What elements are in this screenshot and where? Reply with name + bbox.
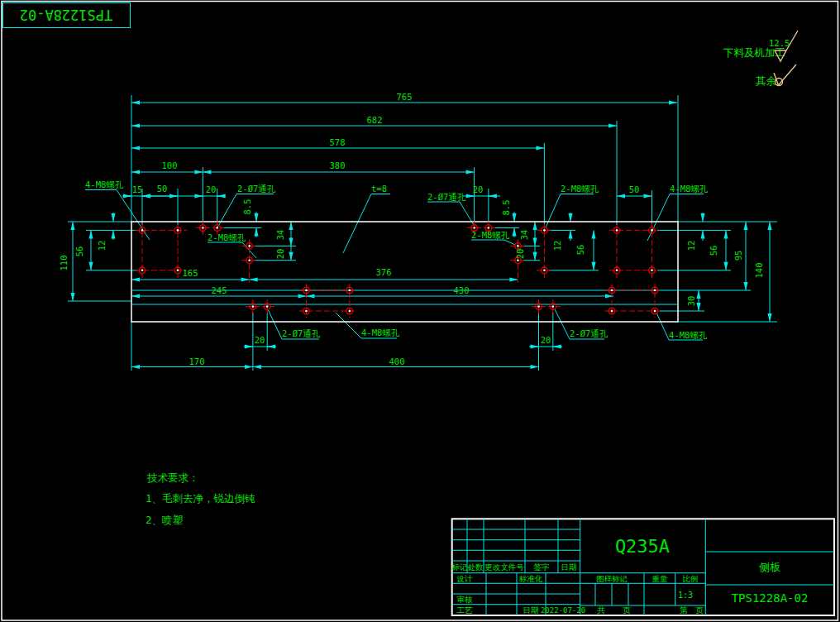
dim-56-mid: 56 [575,245,585,256]
label-process: 工艺 [457,605,474,615]
callout-4m8-bottom-center: 4-M8螺孔 [361,328,400,337]
label-page2: 页 [695,605,704,615]
label-standardization: 标准化 [518,574,543,583]
callout-2o7-bottom-right: 2-Ø7通孔 [570,328,609,338]
tech-req-title: 技术要求： [146,471,199,484]
dim-12-mid: 12 [552,241,562,251]
dim-245: 245 [212,285,227,295]
dim-20v-left: 20 [275,249,285,260]
dim-20-bottom-left: 20 [255,335,265,345]
label-date: 日期 [561,562,577,572]
dim-95: 95 [733,251,743,261]
label-design: 设计 [456,574,474,583]
dim-165: 165 [183,268,198,278]
callout-4m8-bottom-right: 4-M8螺孔 [669,330,708,340]
dim-682: 682 [367,115,383,125]
technical-requirements: 技术要求： 1、毛刺去净，锐边倒钝 2、喷塑 [146,471,255,526]
dim-20-center: 20 [473,184,484,194]
dim-430: 430 [454,285,470,295]
dim-12-left: 12 [97,241,107,251]
drawing-number-stamp: TPS1228A-02 [3,3,131,28]
label-signature: 签字 [534,562,551,572]
material-value: Q235A [615,536,670,557]
dim-110: 110 [59,256,69,271]
title-block-labels: 标记 处数 更改文件号 签字 日期 设计 标准化 审核 工艺 日期 2022-0… [451,562,704,615]
dim-400: 400 [389,356,405,366]
dim-765: 765 [397,92,413,102]
callout-2o7-center: 2-Ø7通孔 [427,192,466,202]
dim-20-bottom-right: 20 [541,335,551,345]
dim-8p5-right: 8.5 [501,200,511,216]
hole-group-bottom-center-m8 [303,287,353,314]
callout-2m8-left: 2-M8螺孔 [208,232,246,242]
label-scale: 比例 [683,574,699,583]
others-finish-symbol-icon [774,65,796,86]
finish-others-label: 其余 [756,74,777,87]
callout-thickness: t=8 [371,184,387,194]
dim-50-right: 50 [629,184,640,194]
callout-2m8-right: 2-M8螺孔 [561,184,599,194]
dim-56-left: 56 [74,246,84,257]
label-weight: 重量 [652,574,669,583]
stamp-number-text: TPS1228A-02 [20,7,113,23]
part-name: 侧板 [759,561,780,573]
hole-group-top-right-m8 [613,227,655,274]
dim-140: 140 [754,263,764,279]
dim-578: 578 [330,137,346,147]
hole-group-bottom-right-m8 [609,287,658,314]
drawing-number: TPS1228A-02 [732,591,809,605]
dimension-texts: 765 682 578 100 380 15 50 20 20 50 8.5 8… [59,92,764,366]
callout-2o7-bottom-left: 2-Ø7通孔 [282,328,321,338]
surface-finish-note: 下料及机加工 12.5 其余 [723,31,798,87]
dim-380: 380 [330,160,346,170]
dim-100: 100 [162,160,178,170]
dim-30: 30 [686,296,696,307]
label-date2: 日期 [523,605,539,615]
hole-callouts: 4-M8螺孔 2-Ø7通孔 2-M8螺孔 t=8 2-Ø7通孔 2-M8螺孔 2… [85,179,709,340]
callout-2m8-center: 2-M8螺孔 [471,230,510,240]
label-page: 页 [623,605,631,615]
dim-376: 376 [376,267,392,277]
tech-req-item2: 2、喷塑 [146,514,184,526]
dim-34-right: 34 [519,230,529,241]
dim-56-right: 56 [709,246,718,256]
value-date: 2022-07-20 [541,606,585,615]
label-mark: 标记 [451,562,468,572]
label-check: 审核 [457,595,474,604]
cad-drawing-canvas: TPS1228A-02 下料及机加工 12.5 其余 [0,0,840,622]
value-scale: 1:3 [678,591,693,600]
label-total: 共 [597,605,605,615]
callout-4m8-top-right: 4-M8螺孔 [670,184,709,194]
dim-20-left: 20 [206,184,217,194]
label-change-doc: 更改文件号 [484,562,524,572]
sheet-border [2,2,838,621]
dim-8p5-left: 8.5 [242,199,252,215]
label-drawing-mark: 图样标记 [596,574,628,583]
label-no: 第 [680,605,688,615]
tech-req-item1: 1、毛刺去净，锐边倒钝 [146,492,255,505]
callout-4m8-top-left: 4-M8螺孔 [85,179,124,189]
dimension-lines [73,103,770,367]
roughness-value: 12.5 [769,38,790,48]
dim-20v-right: 20 [515,249,525,260]
dim-170: 170 [189,356,205,366]
dim-15: 15 [132,184,143,194]
callout-2o7-top-left: 2-Ø7通孔 [237,184,276,194]
dim-50-left: 50 [157,184,168,194]
title-block: 标记 处数 更改文件号 签字 日期 设计 标准化 审核 工艺 日期 2022-0… [451,519,835,615]
dim-12-right: 12 [686,241,696,251]
dim-34-left: 34 [275,230,285,241]
label-count: 处数 [468,562,484,572]
